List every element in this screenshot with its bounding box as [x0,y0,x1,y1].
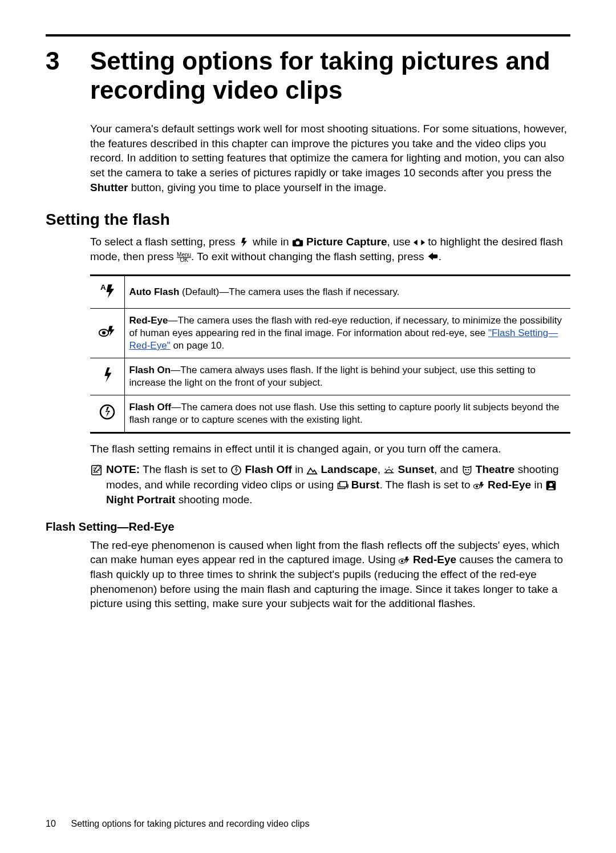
burst-icon [337,480,348,491]
note-label: NOTE: [106,463,140,475]
theatre-icon [461,464,473,476]
intro-text-a: Your camera's default settings work well… [90,123,567,179]
auto-flash-desc: Auto Flash (Default)—The camera uses the… [124,275,570,308]
left-right-icon [414,237,425,248]
chapter-heading: 3 Setting options for taking pictures an… [46,47,570,104]
landscape-icon [306,464,318,476]
picture-capture-label: Picture Capture [306,236,387,248]
footer-title: Setting options for taking pictures and … [71,819,309,828]
section-heading-flash: Setting the flash [46,211,570,229]
note-icon [90,462,106,508]
table-row: Red-Eye—The camera uses the flash with r… [90,308,570,358]
flash-off-icon [90,395,124,433]
txt: . [439,250,441,262]
auto-flash-icon [90,275,124,308]
sunset-icon [383,464,395,476]
txt: To select a flash setting, press [90,236,238,248]
red-eye-icon [473,480,485,491]
subsection-red-eye: Flash Setting—Red-Eye The red-eye phenom… [46,520,570,611]
menu-ok-icon: MenuOK [177,252,191,262]
camera-icon [292,237,303,248]
note-block: NOTE: The flash is set to Flash Off in L… [46,462,570,508]
note-body: NOTE: The flash is set to Flash Off in L… [106,462,570,508]
chapter-number: 3 [46,47,90,75]
intro-text-b: button, giving you time to place yoursel… [128,181,387,193]
flash-on-icon [90,358,124,395]
flash-off-icon [230,464,242,476]
night-portrait-icon [545,480,557,491]
subsection-body: The red-eye phenomenon is caused when li… [46,538,570,611]
txt: . To exit without changing the flash set… [191,250,427,262]
red-eye-icon [90,308,124,358]
table-row: Flash On—The camera always uses flash. I… [90,358,570,395]
flash-off-desc: Flash Off—The camera does not use flash.… [124,395,570,433]
txt: while in [253,236,292,248]
subsection-heading: Flash Setting—Red-Eye [46,520,570,533]
flash-settings-table: Auto Flash (Default)—The camera uses the… [46,274,570,434]
after-table-text: The flash setting remains in effect unti… [46,442,570,456]
shutter-label: Shutter [90,181,128,193]
page-number: 10 [46,819,68,829]
txt: , use [387,236,414,248]
red-eye-icon [399,555,410,566]
intro-paragraph: Your camera's default settings work well… [46,122,570,195]
chapter-title: Setting options for taking pictures and … [90,47,570,104]
table-row: Flash Off—The camera does not use flash.… [90,395,570,433]
flash-icon [238,237,250,248]
flash-instructions: To select a flash setting, press while i… [46,235,570,264]
table-row: Auto Flash (Default)—The camera uses the… [90,275,570,308]
red-eye-desc: Red-Eye—The camera uses the flash with r… [124,308,570,358]
top-rule [46,34,570,37]
flash-on-desc: Flash On—The camera always uses flash. I… [124,358,570,395]
page-footer: 10 Setting options for taking pictures a… [46,819,309,829]
back-icon [427,252,439,263]
